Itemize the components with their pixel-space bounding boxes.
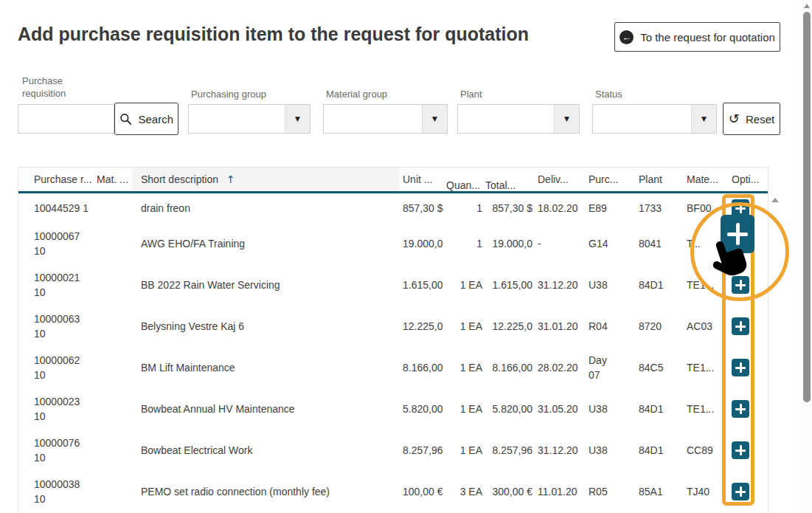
- add-item-button[interactable]: [732, 400, 749, 418]
- table-scroll-up-icon[interactable]: [771, 198, 779, 202]
- cell-qty: 1 EA: [446, 306, 485, 347]
- chevron-down-icon: ▼: [295, 115, 300, 123]
- cell-mat: [93, 193, 132, 223]
- table-row: 1000002110BB 2022 Rain Water Servicing1.…: [18, 264, 768, 306]
- cell-qty: 1 EA: [446, 430, 485, 471]
- back-arrow-icon: ←: [622, 32, 631, 42]
- add-item-button[interactable]: [732, 483, 749, 500]
- cell-purc: U38: [583, 264, 633, 306]
- to-request-for-quotation-button[interactable]: ← To the request for quotation: [614, 22, 780, 52]
- purchase-requisition-label: Purchase requisition: [22, 75, 90, 100]
- add-item-button[interactable]: [732, 441, 749, 459]
- column-header-material-group[interactable]: Mate...: [681, 168, 727, 191]
- column-header-material[interactable]: Mat. ...: [93, 168, 132, 191]
- to-request-for-quotation-label: To the request for quotation: [640, 31, 775, 44]
- reset-button[interactable]: ↺ Reset: [723, 103, 780, 135]
- chevron-down-icon: ▼: [564, 115, 569, 123]
- cell-plant: 8041: [633, 223, 681, 264]
- search-icon: [119, 112, 132, 126]
- cell-deliv: 18.02.20: [533, 193, 583, 223]
- column-header-quantity[interactable]: Quan...: [446, 168, 485, 191]
- purchasing-group-dropdown[interactable]: ▼: [188, 104, 310, 134]
- cell-desc: PEMO set radio connection (monthly fee): [132, 471, 399, 512]
- sort-ascending-icon: ↑: [226, 173, 235, 185]
- cell-opti: [727, 430, 768, 471]
- cell-mate: TE1...: [681, 388, 727, 430]
- add-item-button[interactable]: [732, 359, 749, 376]
- cell-deliv: -: [533, 223, 583, 264]
- cell-purc: R05: [583, 471, 633, 512]
- cell-pr: 10044529 1: [18, 193, 93, 223]
- cell-purc: Day07: [583, 347, 633, 388]
- cell-mat: [93, 347, 132, 388]
- cell-mat: [93, 430, 132, 471]
- plant-dropdown[interactable]: ▼: [457, 104, 580, 134]
- cell-plant: 84D1: [633, 430, 681, 471]
- cell-pr: 1000007610: [18, 430, 93, 471]
- column-header-delivery-date[interactable]: Deliv...: [533, 168, 583, 191]
- cell-unit: 12.225,0: [399, 306, 446, 347]
- cell-purc: G14: [583, 223, 633, 264]
- add-item-button[interactable]: [732, 317, 749, 335]
- cell-deliv: 11.01.20: [533, 471, 583, 512]
- page-scrollbar-thumb[interactable]: [803, 12, 811, 402]
- plant-dropdown-arrow[interactable]: ▼: [554, 105, 579, 133]
- column-header-total[interactable]: Total...: [485, 168, 533, 191]
- cell-total: 8.257,96: [485, 430, 533, 471]
- cell-plant: 85A1: [633, 471, 681, 512]
- cell-qty: 1: [446, 223, 485, 264]
- table-row: 1000006710AWG EHO/FA Training19.000,0119…: [18, 223, 768, 264]
- cell-mat: [93, 388, 132, 430]
- plant-label: Plant: [460, 88, 482, 100]
- material-group-dropdown[interactable]: ▼: [323, 104, 448, 134]
- cell-purc: R04: [583, 306, 633, 347]
- column-header-purchasing-group[interactable]: Purc...: [583, 168, 633, 191]
- cell-desc: Bowbeat Electrical Work: [132, 430, 399, 471]
- purchasing-group-label: Purchasing group: [191, 88, 266, 100]
- cell-opti: [727, 471, 768, 512]
- cell-pr: 1000006310: [18, 306, 93, 347]
- cell-total: 12.225,0: [485, 306, 533, 347]
- cell-pr: 1000006710: [18, 223, 93, 264]
- chevron-down-icon: ▼: [432, 115, 437, 123]
- purchase-requisition-table: Purchase r... Mat. ... Short description…: [18, 167, 768, 513]
- scrollbar-up-icon[interactable]: [804, 4, 810, 8]
- cell-desc: drain freon: [132, 193, 399, 223]
- table-row: 10044529 1drain freon857,30 $1857,30 $18…: [18, 193, 768, 223]
- cell-qty: 1: [446, 193, 485, 223]
- cell-total: 8.166,00: [485, 347, 533, 388]
- cell-qty: 1 EA: [446, 347, 485, 388]
- column-header-purchase-requisition[interactable]: Purchase r...: [18, 168, 93, 191]
- material-group-dropdown-arrow[interactable]: ▼: [422, 105, 447, 133]
- search-button[interactable]: Search: [114, 103, 178, 135]
- table-row: 1000002310Bowbeat Annual HV Maintenance5…: [18, 388, 768, 430]
- cell-pr: 1000002310: [18, 388, 93, 430]
- column-header-options[interactable]: Opti...: [727, 168, 768, 191]
- status-dropdown-arrow[interactable]: ▼: [691, 105, 716, 133]
- cell-unit: 8.166,00: [399, 347, 446, 388]
- column-header-unit-price[interactable]: Unit ...: [399, 168, 446, 191]
- material-group-label: Material group: [326, 88, 387, 100]
- purchase-requisition-input[interactable]: [18, 104, 114, 134]
- cell-mate: TJ40: [681, 471, 727, 512]
- cell-plant: 84C5: [633, 347, 681, 388]
- short-description-label: Short description: [141, 173, 218, 185]
- table-row: 1000003810PEMO set radio connection (mon…: [18, 471, 768, 512]
- purchasing-group-dropdown-arrow[interactable]: ▼: [285, 105, 310, 133]
- cell-plant: 84D1: [633, 264, 681, 306]
- cell-opti: [727, 388, 768, 430]
- table-header-row: Purchase r... Mat. ... Short description…: [18, 168, 768, 193]
- column-header-short-description[interactable]: Short description ↑: [132, 168, 399, 191]
- table-row: 1000006210BM Lift Maintenance8.166,001 E…: [18, 347, 768, 388]
- page-title: Add purchase requisition item to the req…: [18, 24, 529, 45]
- column-header-plant[interactable]: Plant: [633, 168, 681, 191]
- cell-unit: 100,00 €: [399, 471, 446, 512]
- cell-pr: 1000002110: [18, 264, 93, 306]
- cell-purc: E89: [583, 193, 633, 223]
- cell-desc: AWG EHO/FA Training: [132, 223, 399, 264]
- cell-purc: U38: [583, 388, 633, 430]
- cell-total: 300,00 €: [485, 471, 533, 512]
- cell-mat: [93, 223, 132, 264]
- cell-deliv: 28.02.20: [533, 347, 583, 388]
- status-dropdown[interactable]: ▼: [592, 104, 717, 134]
